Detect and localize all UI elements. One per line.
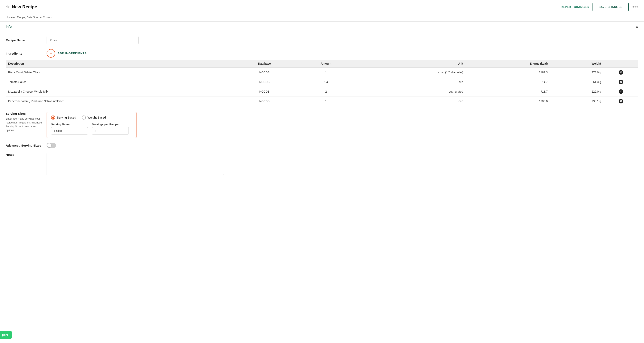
save-button[interactable]: SAVE CHANGES [592, 3, 629, 11]
cell-unit: cup [355, 77, 466, 87]
col-weight: Weight [550, 60, 604, 68]
cell-description: Peperoni Salami, Rind- und Schweinefleis… [6, 97, 232, 106]
remove-ingredient-button[interactable]: ✕ [619, 70, 623, 75]
cell-remove[interactable]: ✕ [604, 87, 638, 97]
toggle-knob [47, 143, 51, 147]
radio-row: Serving Based Weight Based [51, 116, 132, 120]
remove-ingredient-button[interactable]: ✕ [619, 99, 623, 103]
remove-ingredient-button[interactable]: ✕ [619, 80, 623, 84]
notes-row: Notes [6, 150, 638, 178]
cell-remove[interactable]: ✕ [604, 77, 638, 87]
remove-circle-icon: ✕ [619, 89, 623, 94]
notes-textarea[interactable] [46, 153, 224, 175]
cell-remove[interactable]: ✕ [604, 97, 638, 106]
serving-name-field: Serving Name [51, 123, 88, 135]
add-circle-icon: + [46, 49, 55, 58]
star-icon[interactable]: ☆ [6, 4, 10, 10]
remove-ingredient-button[interactable]: ✕ [619, 89, 623, 94]
add-ingredients-label: ADD INGREDIENTS [58, 52, 87, 55]
cell-amount: 1 [297, 68, 355, 77]
cell-energy: 718.7 [466, 87, 550, 97]
col-amount: Amount [297, 60, 355, 68]
table-header: Description Database Amount Unit Energy … [6, 60, 638, 68]
col-database: Database [232, 60, 297, 68]
advanced-serving-label: Advanced Serving Sizes [6, 144, 46, 147]
radio-weight-label: Weight Based [88, 116, 106, 119]
serving-sizes-row: Serving Sizes Enter how many servings yo… [6, 108, 638, 140]
cell-database: NCCDB [232, 68, 297, 77]
section-header: Info ∧ [0, 22, 644, 32]
cell-database: NCCDB [232, 77, 297, 87]
header: ☆ New Recipe REVERT CHANGES SAVE CHANGES… [0, 0, 644, 14]
cell-energy: 14.7 [466, 77, 550, 87]
add-ingredients-button[interactable]: + ADD INGREDIENTS [46, 49, 87, 58]
cell-unit: cup [355, 97, 466, 106]
cell-energy: 1200.0 [466, 97, 550, 106]
header-left: ☆ New Recipe [6, 4, 561, 10]
serving-name-input[interactable] [51, 127, 88, 135]
table-row: Pizza Crust, White, Thick NCCDB 1 crust … [6, 68, 638, 77]
servings-per-recipe-label: Servings per Recipe [92, 123, 129, 126]
table-row: Peperoni Salami, Rind- und Schweinefleis… [6, 97, 638, 106]
advanced-serving-toggle[interactable] [46, 143, 56, 148]
cell-database: NCCDB [232, 97, 297, 106]
cell-amount: 2 [297, 87, 355, 97]
serving-label-col: Serving Sizes Enter how many servings yo… [6, 112, 46, 132]
radio-weight-based[interactable]: Weight Based [82, 116, 106, 120]
recipe-name-label: Recipe Name [6, 39, 46, 42]
remove-circle-icon: ✕ [619, 99, 623, 103]
table-row: Tomato Sauce NCCDB 1/4 cup 14.7 61.3 g ✕ [6, 77, 638, 87]
recipe-name-input[interactable] [46, 36, 138, 44]
revert-button[interactable]: REVERT CHANGES [561, 5, 589, 9]
servings-per-recipe-field: Servings per Recipe [92, 123, 129, 135]
recipe-name-row: Recipe Name [6, 32, 638, 46]
ingredients-tbody: Pizza Crust, White, Thick NCCDB 1 crust … [6, 68, 638, 106]
col-energy: Energy (kcal) [466, 60, 550, 68]
radio-serving-label: Serving Based [57, 116, 76, 119]
cell-amount: 1 [297, 97, 355, 106]
section-title: Info [6, 25, 12, 29]
radio-serving-outer [51, 116, 55, 120]
cell-unit: cup, grated [355, 87, 466, 97]
collapse-icon[interactable]: ∧ [636, 25, 638, 29]
serving-sizes-desc: Enter how many servings your recipe has.… [6, 117, 42, 132]
col-description: Description [6, 60, 232, 68]
header-right: REVERT CHANGES SAVE CHANGES ••• [561, 3, 638, 11]
subtitle: Unsaved Recipe, Data Source: Custom [0, 14, 644, 22]
notes-label: Notes [6, 153, 46, 156]
cell-weight: 61.3 g [550, 77, 604, 87]
radio-weight-outer [82, 116, 86, 120]
ingredients-label: Ingredients [6, 52, 46, 55]
table-row: Mozzarella Cheese, Whole Milk NCCDB 2 cu… [6, 87, 638, 97]
serving-sizes-label: Serving Sizes [6, 112, 46, 115]
content-area: Recipe Name Ingredients + ADD INGREDIENT… [0, 32, 644, 183]
servings-per-recipe-input[interactable] [92, 127, 129, 135]
remove-circle-icon: ✕ [619, 70, 623, 75]
cell-unit: crust (14" diameter) [355, 68, 466, 77]
cell-database: NCCDB [232, 87, 297, 97]
page-title: New Recipe [12, 4, 37, 10]
cell-amount: 1/4 [297, 77, 355, 87]
remove-circle-icon: ✕ [619, 80, 623, 84]
serving-name-label: Serving Name [51, 123, 88, 126]
advanced-serving-row: Advanced Serving Sizes [6, 140, 638, 150]
cell-description: Tomato Sauce [6, 77, 232, 87]
radio-serving-based[interactable]: Serving Based [51, 116, 76, 120]
serving-fields: Serving Name Servings per Recipe [51, 123, 132, 135]
cell-description: Pizza Crust, White, Thick [6, 68, 232, 77]
col-remove [604, 60, 638, 68]
radio-serving-inner [52, 117, 54, 119]
cell-remove[interactable]: ✕ [604, 68, 638, 77]
cell-weight: 238.1 g [550, 97, 604, 106]
ingredients-table: Description Database Amount Unit Energy … [6, 60, 638, 106]
more-options-button[interactable]: ••• [632, 4, 638, 10]
cell-description: Mozzarella Cheese, Whole Milk [6, 87, 232, 97]
ingredients-row: Ingredients + ADD INGREDIENTS [6, 46, 638, 60]
serving-content-box: Serving Based Weight Based Serving Name … [46, 112, 136, 138]
col-unit: Unit [355, 60, 466, 68]
cell-weight: 773.0 g [550, 68, 604, 77]
cell-weight: 226.0 g [550, 87, 604, 97]
cell-energy: 2187.3 [466, 68, 550, 77]
